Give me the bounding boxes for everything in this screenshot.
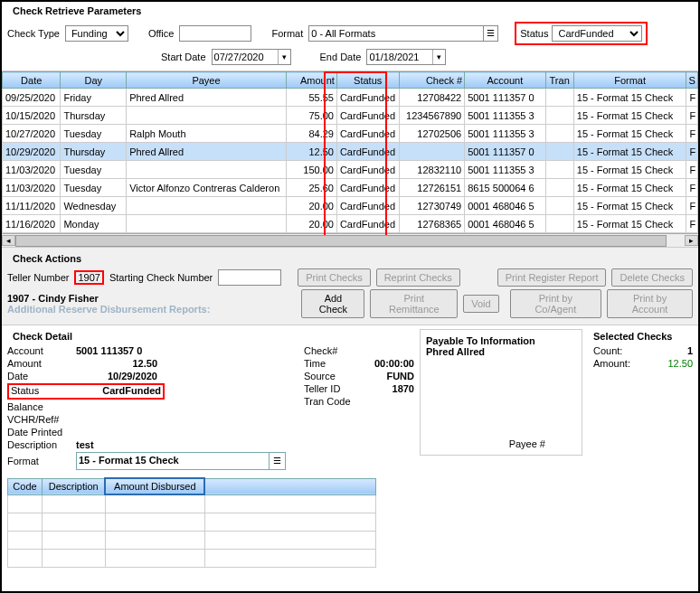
cell-amount[interactable]: 25.60	[286, 179, 336, 197]
cell-payee[interactable]	[127, 107, 287, 125]
hdr-account[interactable]: Account	[465, 72, 545, 89]
cell-payee[interactable]: Ralph Mouth	[127, 125, 287, 143]
cell-account[interactable]: 5001 111357 0	[465, 89, 545, 107]
cell-status[interactable]: CardFunded	[336, 107, 399, 125]
format-input[interactable]	[309, 26, 483, 41]
sub-hdr-description[interactable]: Description	[42, 478, 105, 494]
chevron-down-icon[interactable]: ▾	[278, 50, 290, 64]
reprint-checks-button[interactable]: Reprint Checks	[376, 268, 460, 287]
sub-hdr-amount[interactable]: Amount Disbursed	[105, 478, 204, 494]
start-date-picker[interactable]: ▾	[212, 49, 291, 65]
cell-amount[interactable]: 84.29	[286, 125, 336, 143]
cell-day[interactable]: Tuesday	[61, 161, 127, 179]
cell-s[interactable]: F	[686, 89, 698, 107]
void-button[interactable]: Void	[463, 295, 498, 313]
disbursement-grid[interactable]: Code Description Amount Disbursed	[7, 477, 376, 568]
cell-format[interactable]: 15 - Format 15 Check	[573, 197, 686, 215]
cell-day[interactable]: Thursday	[61, 107, 127, 125]
hdr-payee[interactable]: Payee	[127, 72, 287, 89]
cell-tran[interactable]	[545, 161, 573, 179]
scroll-left-icon[interactable]: ◂	[2, 235, 15, 246]
sub-row[interactable]	[8, 531, 376, 549]
print-remittance-button[interactable]: Print Remittance	[370, 289, 458, 318]
list-icon[interactable]: ☰	[269, 453, 285, 469]
office-input[interactable]	[179, 25, 251, 42]
table-row[interactable]: 10/15/2020Thursday75.00CardFunded1234567…	[3, 107, 698, 125]
cell-day[interactable]: Tuesday	[61, 125, 127, 143]
print-checks-button[interactable]: Print Checks	[298, 268, 370, 287]
delete-checks-button[interactable]: Delete Checks	[611, 268, 693, 287]
cell-status[interactable]: CardFunded	[336, 89, 399, 107]
cell-status[interactable]: CardFunded	[336, 125, 399, 143]
cell-tran[interactable]	[545, 197, 573, 215]
cell-s[interactable]: F	[686, 197, 698, 215]
end-date-picker[interactable]: ▾	[366, 49, 446, 65]
hdr-format[interactable]: Format	[573, 72, 686, 89]
hdr-check[interactable]: Check #	[399, 72, 465, 89]
cell-status[interactable]: CardFunded	[336, 197, 399, 215]
cell-amount[interactable]: 55.55	[286, 89, 336, 107]
cell-account[interactable]: 5001 111355 3	[465, 161, 545, 179]
check-type-select[interactable]: Funding	[65, 25, 128, 42]
cell-date[interactable]: 11/03/2020	[3, 161, 61, 179]
cell-tran[interactable]	[545, 125, 573, 143]
cell-format[interactable]: 15 - Format 15 Check	[573, 125, 686, 143]
cell-status[interactable]: CardFunded	[336, 161, 399, 179]
cell-tran[interactable]	[545, 89, 573, 107]
cell-payee[interactable]	[127, 197, 287, 215]
cell-s[interactable]: F	[686, 179, 698, 197]
cell-check[interactable]: 12708422	[399, 89, 465, 107]
cell-format[interactable]: 15 - Format 15 Check	[573, 143, 686, 161]
cell-s[interactable]: F	[686, 215, 698, 233]
hdr-s[interactable]: S	[686, 72, 698, 89]
cell-amount[interactable]: 20.00	[286, 215, 336, 233]
sub-row[interactable]	[8, 549, 376, 567]
cell-day[interactable]: Wednesday	[61, 197, 127, 215]
cell-payee[interactable]: Victor Alfonzo Contreras Calderon	[127, 179, 287, 197]
cell-payee[interactable]: Phred Allred	[127, 89, 287, 107]
hdr-date[interactable]: Date	[3, 72, 61, 89]
cell-format[interactable]: 15 - Format 15 Check	[573, 179, 686, 197]
cell-format[interactable]: 15 - Format 15 Check	[573, 161, 686, 179]
cell-check[interactable]: 12702506	[399, 125, 465, 143]
hdr-day[interactable]: Day	[61, 72, 127, 89]
cell-s[interactable]: F	[686, 161, 698, 179]
print-register-button[interactable]: Print Register Report	[497, 268, 607, 287]
format-combo[interactable]: ☰	[308, 25, 498, 42]
cell-date[interactable]: 10/27/2020	[3, 125, 61, 143]
cell-tran[interactable]	[545, 179, 573, 197]
cell-date[interactable]: 11/03/2020	[3, 179, 61, 197]
table-row[interactable]: 11/03/2020Tuesday150.00CardFunded1283211…	[3, 161, 698, 179]
cell-date[interactable]: 09/25/2020	[3, 89, 61, 107]
table-row[interactable]: 11/11/2020Wednesday20.00CardFunded127307…	[3, 197, 698, 215]
cell-tran[interactable]	[545, 107, 573, 125]
cell-check[interactable]: 1234567890	[399, 107, 465, 125]
cell-status[interactable]: CardFunded	[336, 143, 399, 161]
cell-format[interactable]: 15 - Format 15 Check	[573, 107, 686, 125]
cell-payee[interactable]	[127, 161, 287, 179]
scroll-right-icon[interactable]: ▸	[685, 235, 698, 246]
cell-check[interactable]: 12730749	[399, 197, 465, 215]
cell-payee[interactable]	[127, 215, 287, 233]
print-by-co-button[interactable]: Print by Co/Agent	[510, 289, 601, 318]
grid-hscroll[interactable]: ◂ ▸	[2, 233, 698, 247]
cell-day[interactable]: Tuesday	[61, 179, 127, 197]
cell-account[interactable]: 5001 111355 3	[465, 107, 545, 125]
cell-tran[interactable]	[545, 143, 573, 161]
cell-format[interactable]: 15 - Format 15 Check	[573, 89, 686, 107]
table-row[interactable]: 10/29/2020ThursdayPhred Allred12.50CardF…	[3, 143, 698, 161]
checks-grid[interactable]: Date Day Payee Amount Status Check # Acc…	[2, 71, 698, 233]
starting-check-input[interactable]	[218, 269, 281, 286]
print-by-account-button[interactable]: Print by Account	[607, 289, 693, 318]
hdr-status[interactable]: Status	[336, 72, 399, 89]
table-row[interactable]: 11/03/2020TuesdayVictor Alfonzo Contrera…	[3, 179, 698, 197]
list-icon[interactable]: ☰	[483, 26, 497, 41]
add-check-button[interactable]: Add Check	[301, 289, 364, 318]
cell-date[interactable]: 11/11/2020	[3, 197, 61, 215]
table-row[interactable]: 09/25/2020FridayPhred Allred55.55CardFun…	[3, 89, 698, 107]
sub-row[interactable]	[8, 513, 376, 531]
hdr-amount[interactable]: Amount	[286, 72, 336, 89]
cell-date[interactable]: 10/15/2020	[3, 107, 61, 125]
cell-account[interactable]: 0001 468046 5	[465, 197, 545, 215]
end-date-input[interactable]	[367, 50, 432, 64]
